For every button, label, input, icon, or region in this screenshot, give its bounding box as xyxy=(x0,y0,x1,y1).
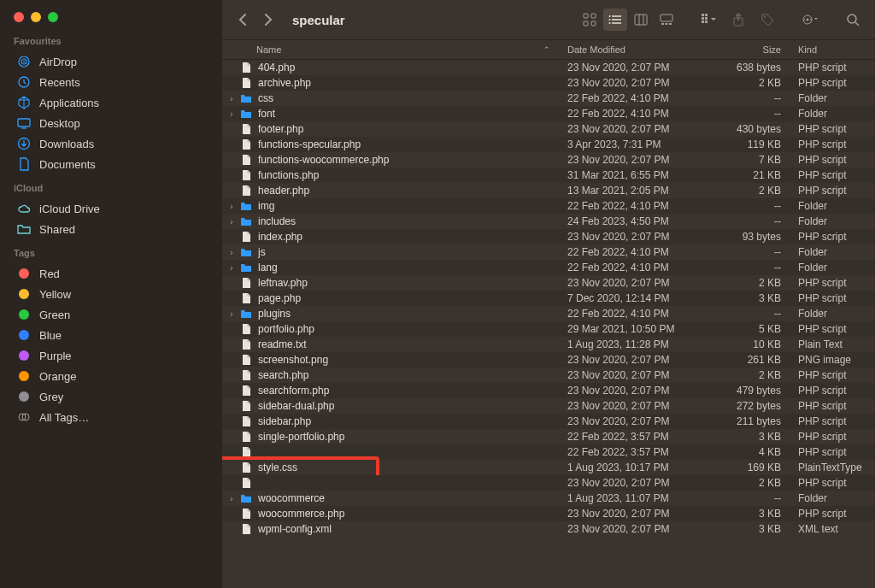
sidebar-item-blue[interactable]: Blue xyxy=(12,325,210,345)
file-row[interactable]: 22 Feb 2022, 3:57 PM4 KBPHP script xyxy=(222,444,875,460)
svg-rect-10 xyxy=(591,14,596,18)
sidebar-item-green[interactable]: Green xyxy=(12,304,210,325)
file-row[interactable]: leftnav.php23 Nov 2020, 2:07 PM2 KBPHP s… xyxy=(222,275,875,291)
sidebar-item-downloads[interactable]: Downloads xyxy=(12,133,210,154)
disclosure-triangle-icon[interactable]: › xyxy=(227,94,236,103)
file-date: 1 Aug 2023, 10:17 PM xyxy=(559,462,713,473)
file-kind: PHP script xyxy=(790,154,875,166)
file-row[interactable]: ›font22 Feb 2022, 4:10 PM--Folder xyxy=(222,106,875,121)
disclosure-triangle-icon[interactable]: › xyxy=(227,263,236,273)
file-date: 1 Aug 2023, 11:07 PM xyxy=(559,492,713,504)
sidebar-item-desktop[interactable]: Desktop xyxy=(12,113,210,133)
view-icons-button[interactable] xyxy=(578,9,602,31)
file-row[interactable]: functions-woocommerce.php23 Nov 2020, 2:… xyxy=(222,152,875,168)
sidebar-item-label: Purple xyxy=(39,350,72,362)
file-kind: PHP script xyxy=(790,508,875,520)
disclosure-triangle-icon[interactable]: › xyxy=(227,217,236,226)
file-row[interactable]: screenshot.png23 Nov 2020, 2:07 PM261 KB… xyxy=(222,352,875,368)
file-row[interactable]: 404.php23 Nov 2020, 2:07 PM638 bytesPHP … xyxy=(222,60,875,75)
sidebar-item-shared[interactable]: Shared xyxy=(12,219,210,239)
back-button[interactable] xyxy=(232,9,253,30)
svg-rect-19 xyxy=(635,15,647,25)
svg-point-39 xyxy=(848,15,856,23)
file-row[interactable]: header.php13 Mar 2021, 2:05 PM2 KBPHP sc… xyxy=(222,183,875,198)
svg-rect-4 xyxy=(18,119,30,126)
file-row[interactable]: single-portfolio.php22 Feb 2022, 3:57 PM… xyxy=(222,429,875,444)
file-size: -- xyxy=(713,492,790,504)
file-row[interactable]: portfolio.php29 Mar 2021, 10:50 PM5 KBPH… xyxy=(222,321,875,337)
file-row[interactable]: searchform.php23 Nov 2020, 2:07 PM479 by… xyxy=(222,383,875,398)
file-row[interactable]: readme.txt1 Aug 2023, 11:28 PM10 KBPlain… xyxy=(222,337,875,352)
file-row[interactable]: index.php23 Nov 2020, 2:07 PM93 bytesPHP… xyxy=(222,229,875,244)
file-kind: Folder xyxy=(790,262,875,273)
file-row[interactable]: page.php7 Dec 2020, 12:14 PM3 KBPHP scri… xyxy=(222,291,875,306)
file-row[interactable]: 23 Nov 2020, 2:07 PM2 KBPHP script xyxy=(222,475,875,491)
sidebar-item-documents[interactable]: Documents xyxy=(12,154,210,174)
file-row[interactable]: footer.php23 Nov 2020, 2:07 PM430 bytesP… xyxy=(222,121,875,137)
file-row[interactable]: ›js22 Feb 2022, 4:10 PM--Folder xyxy=(222,244,875,260)
view-gallery-button[interactable] xyxy=(655,9,678,31)
file-row[interactable]: sidebar-dual.php23 Nov 2020, 2:07 PM272 … xyxy=(222,398,875,414)
file-row[interactable]: ›img22 Feb 2022, 4:10 PM--Folder xyxy=(222,198,875,214)
file-row[interactable]: ›woocommerce1 Aug 2023, 11:07 PM--Folder xyxy=(222,491,875,506)
maximize-button[interactable] xyxy=(48,12,58,22)
sidebar-item-label: Recents xyxy=(39,76,80,89)
disclosure-triangle-icon[interactable]: › xyxy=(227,309,236,319)
file-date: 23 Nov 2020, 2:07 PM xyxy=(559,400,713,412)
disclosure-triangle-icon[interactable]: › xyxy=(227,109,236,119)
file-row[interactable]: ›includes24 Feb 2023, 4:50 PM--Folder xyxy=(222,214,875,229)
sidebar-item-orange[interactable]: Orange xyxy=(12,366,210,386)
minimize-button[interactable] xyxy=(31,12,41,22)
sidebar-item-purple[interactable]: Purple xyxy=(12,345,210,366)
disclosure-triangle-icon[interactable]: › xyxy=(227,248,236,257)
column-kind[interactable]: Kind xyxy=(790,40,875,59)
sidebar-item-applications[interactable]: Applications xyxy=(12,92,210,113)
file-row[interactable]: ›css22 Feb 2022, 4:10 PM--Folder xyxy=(222,91,875,106)
column-date[interactable]: Date Modified xyxy=(559,40,713,59)
file-row[interactable]: sidebar.php23 Nov 2020, 2:07 PM211 bytes… xyxy=(222,414,875,429)
sidebar-item-red[interactable]: Red xyxy=(12,263,210,284)
file-row[interactable]: archive.php23 Nov 2020, 2:07 PM2 KBPHP s… xyxy=(222,75,875,91)
forward-button[interactable] xyxy=(258,9,279,30)
file-row[interactable]: functions.php31 Mar 2021, 6:55 PM21 KBPH… xyxy=(222,168,875,183)
sidebar-item-icloud-drive[interactable]: iCloud Drive xyxy=(12,198,210,219)
sidebar-item-airdrop[interactable]: AirDrop xyxy=(12,51,210,72)
file-row[interactable]: wpml-config.xml23 Nov 2020, 2:07 PM3 KBX… xyxy=(222,521,875,537)
file-row[interactable]: ›lang22 Feb 2022, 4:10 PM--Folder xyxy=(222,260,875,275)
file-row[interactable]: functions-specular.php3 Apr 2023, 7:31 P… xyxy=(222,137,875,152)
sidebar-item-label: AirDrop xyxy=(39,56,77,68)
search-button[interactable] xyxy=(841,9,865,31)
file-kind: PHP script xyxy=(790,292,875,304)
file-row[interactable]: style.css1 Aug 2023, 10:17 PM169 KBPlain… xyxy=(222,460,875,475)
file-row[interactable]: woocommerce.php23 Nov 2020, 2:07 PM3 KBP… xyxy=(222,506,875,521)
column-size[interactable]: Size xyxy=(713,40,790,59)
sidebar-item-label: Applications xyxy=(39,97,99,109)
file-date: 13 Mar 2021, 2:05 PM xyxy=(559,185,713,197)
group-button[interactable] xyxy=(697,9,721,31)
file-name: font xyxy=(258,108,559,120)
svg-rect-31 xyxy=(705,21,708,23)
action-button[interactable] xyxy=(798,9,822,31)
tags-button[interactable] xyxy=(755,9,779,31)
file-size: 3 KB xyxy=(713,523,790,535)
sidebar-item-grey[interactable]: Grey xyxy=(12,386,210,407)
close-button[interactable] xyxy=(14,12,24,22)
toolbar: specular xyxy=(222,0,875,39)
view-list-button[interactable] xyxy=(603,9,627,31)
disclosure-triangle-icon[interactable]: › xyxy=(227,202,236,211)
file-size: -- xyxy=(713,262,790,273)
file-name: archive.php xyxy=(258,77,559,89)
folder-icon xyxy=(239,491,253,505)
file-row[interactable]: search.php23 Nov 2020, 2:07 PM2 KBPHP sc… xyxy=(222,368,875,383)
disclosure-triangle-icon[interactable]: › xyxy=(227,494,236,503)
column-name[interactable]: Name⌃ xyxy=(222,40,559,59)
sidebar-item-label: Orange xyxy=(39,370,76,383)
file-name: readme.txt xyxy=(258,338,559,350)
file-icon xyxy=(239,61,253,74)
file-row[interactable]: ›plugins22 Feb 2022, 4:10 PM--Folder xyxy=(222,306,875,321)
sidebar-item-yellow[interactable]: Yellow xyxy=(12,284,210,304)
share-button[interactable] xyxy=(726,9,750,31)
sidebar-item-recents[interactable]: Recents xyxy=(12,72,210,92)
sidebar-item-all-tags-[interactable]: All Tags… xyxy=(12,407,210,427)
view-columns-button[interactable] xyxy=(629,9,653,31)
